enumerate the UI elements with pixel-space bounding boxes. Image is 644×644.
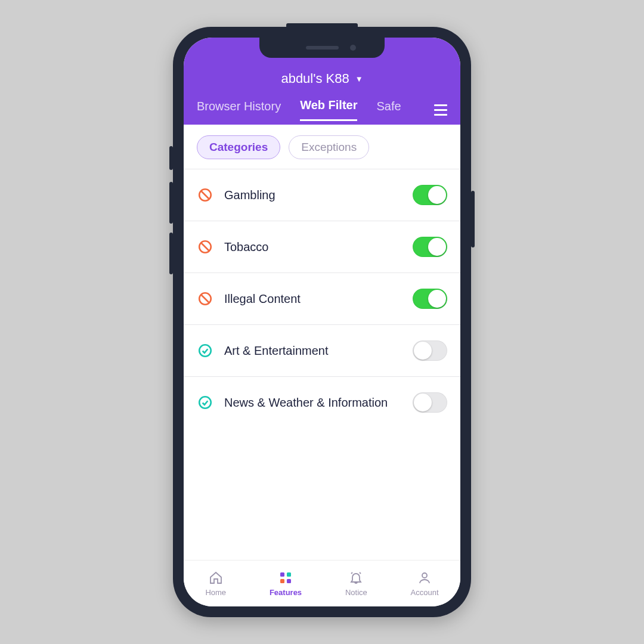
side-button [169, 233, 173, 274]
nav-home[interactable]: Home [205, 570, 226, 597]
category-label: Illegal Content [224, 292, 402, 306]
category-label: Gambling [224, 188, 402, 203]
nav-label: Home [205, 588, 226, 597]
bell-icon [348, 570, 364, 586]
svg-point-14 [422, 573, 427, 578]
nav-features[interactable]: Features [270, 570, 302, 597]
hamburger-icon[interactable] [432, 102, 450, 118]
grid-icon [278, 570, 293, 586]
toggle[interactable] [413, 237, 447, 257]
device-selector[interactable]: abdul's K88 ▼ [184, 64, 460, 95]
svg-line-3 [202, 243, 209, 251]
svg-line-13 [360, 572, 361, 574]
filter-tabs: Categories Exceptions [184, 125, 460, 169]
top-tabs: Browser History Web Filter Safe [184, 95, 460, 125]
category-label: Art & Entertainment [224, 343, 402, 358]
chevron-down-icon: ▼ [355, 75, 363, 83]
tab-browser-history[interactable]: Browser History [197, 100, 281, 120]
nav-label: Features [270, 588, 302, 597]
svg-rect-9 [287, 572, 291, 577]
block-icon [197, 239, 213, 255]
nav-label: Notice [345, 588, 367, 597]
bottom-nav: Home Features Notice Account [184, 560, 460, 606]
content: Categories Exceptions Gambling Tobacco [184, 125, 460, 560]
notch [259, 38, 385, 58]
svg-rect-8 [280, 572, 284, 577]
block-icon [197, 290, 213, 307]
toggle[interactable] [413, 340, 447, 361]
tab-safe[interactable]: Safe [376, 100, 401, 120]
nav-account[interactable]: Account [411, 570, 439, 597]
side-button [169, 182, 173, 224]
allow-icon [197, 394, 213, 411]
device-name: abdul's K88 [281, 71, 349, 86]
svg-line-5 [202, 295, 209, 303]
screen: abdul's K88 ▼ Browser History Web Filter… [184, 38, 460, 606]
pill-categories[interactable]: Categories [197, 135, 280, 159]
category-row: Art & Entertainment [184, 324, 460, 376]
svg-rect-10 [280, 579, 284, 583]
pill-exceptions[interactable]: Exceptions [289, 135, 369, 159]
side-button [169, 146, 173, 170]
category-row: Illegal Content [184, 273, 460, 324]
nav-label: Account [411, 588, 439, 597]
side-button [471, 191, 475, 247]
phone-frame: abdul's K88 ▼ Browser History Web Filter… [173, 27, 471, 617]
svg-rect-11 [287, 579, 291, 583]
toggle[interactable] [413, 289, 447, 309]
home-icon [208, 570, 224, 586]
nav-notice[interactable]: Notice [345, 570, 367, 597]
svg-line-1 [202, 191, 209, 199]
allow-icon [197, 342, 213, 359]
category-row: Gambling [184, 169, 460, 221]
svg-point-7 [199, 397, 211, 408]
svg-point-6 [199, 345, 211, 357]
category-label: Tobacco [224, 240, 402, 255]
tab-web-filter[interactable]: Web Filter [300, 98, 357, 121]
category-row: News & Weather & Information [184, 376, 460, 428]
category-label: News & Weather & Information [224, 395, 402, 410]
block-icon [197, 187, 213, 203]
svg-line-12 [351, 572, 352, 574]
person-icon [417, 570, 432, 586]
toggle[interactable] [413, 392, 447, 413]
category-row: Tobacco [184, 221, 460, 273]
category-list: Gambling Tobacco Illegal Content [184, 169, 460, 428]
toggle[interactable] [413, 185, 447, 205]
